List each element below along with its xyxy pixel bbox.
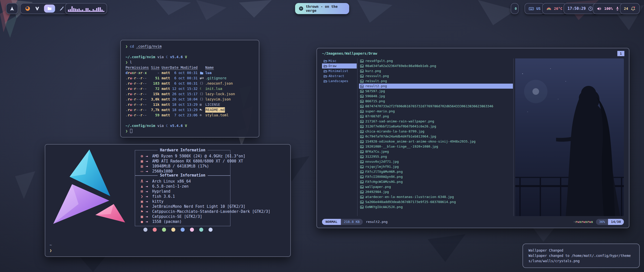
mode-indicator: NORMAL: [322, 219, 341, 225]
file-row[interactable]: chica-mirando-la-luna-8799.jpg: [359, 129, 513, 134]
image-file-icon: [360, 94, 364, 98]
palette-swatch: [171, 228, 175, 232]
column-separator: [513, 58, 514, 216]
file-row[interactable]: FXfcJlTXgAMvH6R.png: [359, 169, 513, 174]
file-row[interactable]: 217167-sad-anime-rain-wallpaper.png: [359, 119, 513, 124]
file-permissions: -rwxrwxrwx: [573, 219, 593, 224]
shell-icon: ❯: [138, 194, 146, 199]
terminal-icon: ▣: [138, 199, 146, 204]
github-widget[interactable]: 0: [511, 3, 519, 14]
breadcrumb-path: ~/Imagenes/Wallpapers/Draw: [322, 51, 377, 56]
file-row[interactable]: 20492984.jpg: [359, 189, 513, 194]
palette-swatch: [162, 228, 166, 232]
sidebar-item-landscapes[interactable]: Landscapes: [322, 79, 357, 84]
file-row[interactable]: 587597.jpg: [359, 89, 513, 94]
keyboard-layout-label: US: [536, 7, 541, 11]
fetch-info-row: ❯→fish 3.6.1: [138, 194, 230, 199]
folder-icon: [200, 70, 205, 76]
sidebar-item-misc[interactable]: Misc: [322, 58, 357, 63]
json-icon: {}: [200, 81, 205, 86]
file-row[interactable]: nnvuv0xj2df71.jpg: [359, 159, 513, 164]
notification-body: Wallpaper changed to /home/matt/.config/…: [529, 253, 634, 264]
arrow-icon: →: [146, 159, 152, 164]
image-file-icon: [360, 64, 364, 68]
image-file-icon: [360, 89, 364, 93]
folder-open-icon: [324, 74, 327, 78]
files-button[interactable]: [44, 5, 55, 13]
file-row[interactable]: 19201080-__blue-tinge__-1920×1080.jpg: [359, 144, 513, 149]
notifications-widget[interactable]: 24: [620, 3, 640, 14]
terminal-prompt-line[interactable]: ❯: [126, 128, 254, 134]
tab-badge[interactable]: 1: [617, 51, 624, 56]
firefox-button[interactable]: [25, 6, 30, 11]
file-row[interactable]: 87r687df.png: [359, 114, 513, 119]
image-file-icon: [360, 205, 364, 209]
file-row[interactable]: 3122955.png: [359, 154, 513, 159]
terminal-cwd-line: ~/.config/nvim via ☾ v5.4.6 V: [126, 54, 254, 60]
file-row[interactable]: rsjqojlmjhf91.jpg: [359, 164, 513, 169]
file-row[interactable]: 596848.jpg: [359, 94, 513, 99]
file-row[interactable]: 866715.png: [359, 99, 513, 104]
file-row[interactable]: 154928-odinokoe_anime-art-anime-okno-sin…: [359, 139, 513, 144]
image-file-icon: [360, 165, 364, 169]
image-file-icon: [360, 145, 364, 149]
brush-button[interactable]: [59, 6, 65, 11]
file-row[interactable]: ressdfgult.png: [359, 58, 513, 63]
volume-widget[interactable]: 100%: [593, 3, 624, 14]
fetch-info-row: ▩→Catppuccin-SE [GTK2/3]: [138, 214, 230, 219]
file-row[interactable]: FXfcHgcWIAMzs0G.png: [359, 179, 513, 184]
file-row[interactable]: atardecer-en-la-montanas-ilustracion-634…: [359, 194, 513, 199]
file-row[interactable]: 08a634fa02a32364f69ebc86a98eb1eb.png: [359, 63, 513, 69]
file-row[interactable]: 68747470733a2f2f696d616765732d7769786d70…: [359, 104, 513, 109]
file-row[interactable]: FXfcII0X0AQyn9X.png: [359, 174, 513, 179]
clock-widget[interactable]: 17:50:29: [564, 3, 597, 14]
keyboard-icon: [529, 6, 534, 11]
file-row[interactable]: 8FKa7Cu.jpeg: [359, 149, 513, 154]
quicklinks-group: [20, 3, 69, 14]
keyboard-layout-widget[interactable]: US: [525, 3, 545, 14]
gear-icon: ⚙: [200, 113, 205, 118]
vim-button[interactable]: [35, 6, 40, 11]
launcher-button[interactable]: [6, 3, 18, 14]
file-row[interactable]: 3126f7e9bbf21a8a4af0b67b041c6e26.jpg: [359, 124, 513, 129]
software-info-title: Software Information: [158, 173, 208, 178]
image-file-icon: [360, 195, 364, 199]
file-row[interactable]: resssult.png: [359, 74, 513, 79]
image-file-icon: [360, 59, 364, 63]
file-row[interactable]: result2.png: [359, 84, 513, 89]
file-row[interactable]: wallpaper.png: [359, 184, 513, 189]
file-row[interactable]: re1sult.png: [359, 79, 513, 84]
notification-popup[interactable]: Wallpaper Changed Wallpaper changed to /…: [522, 244, 640, 268]
file-row[interactable]: EeNKYgIUcAAJ5JX.png: [359, 205, 513, 210]
hardware-info-title: Hardware Information: [158, 148, 208, 153]
image-file-icon: [360, 155, 364, 159]
fetch-window[interactable]: Hardware Information ⊙→AMD Ryzen 9 5900X…: [45, 144, 291, 257]
file-row[interactable]: super-mario.png: [359, 109, 513, 114]
music-widget[interactable]: thrown - on the verge: [295, 3, 349, 14]
image-file-icon: [360, 185, 364, 189]
mic-icon: [615, 6, 620, 11]
ls-output: PermissionsSizeUserDate ModifiedNamedrwx…: [126, 65, 254, 118]
sidebar-item-draw[interactable]: Draw: [322, 63, 357, 69]
vim-icon: [35, 6, 40, 11]
audio-visualizer[interactable]: [65, 3, 107, 14]
sidebar-item-abstract[interactable]: Abstract: [322, 74, 357, 79]
weather-widget[interactable]: 26°C: [542, 3, 567, 14]
terminal-window[interactable]: ❯ cd .config/nvim ~/.config/nvim via ☾ v…: [120, 40, 259, 138]
file-row[interactable]: kurz.png: [359, 69, 513, 74]
file-manager-window[interactable]: ~/Imagenes/Wallpapers/Draw 1 MiscDrawMin…: [316, 48, 629, 228]
image-file-icon: [360, 110, 364, 113]
file-row[interactable]: 0c794faf07de24a4db4d4fb1eb813964.jpg: [359, 134, 513, 139]
sidebar-item-minimalist[interactable]: Minimalist: [322, 69, 357, 74]
file-size-label: 218.8 KB: [341, 219, 363, 225]
ls-file-row: .rw-r--r--59matt7 oct 23:06⚙stylua.toml: [126, 113, 254, 118]
file-row[interactable]: 5a266e448add93deab367d87173e9f25-6837886…: [359, 199, 513, 205]
kernel-icon: ♟: [138, 184, 146, 189]
hardware-info-box: Hardware Information ⊙→AMD Ryzen 9 5900X…: [135, 150, 230, 176]
markdown-icon: M↓: [200, 107, 205, 113]
ls-file-row: .rw-r--r--183matt6 oct 00:31{}.neoconf.j…: [126, 81, 254, 86]
fetch-info-row: ●→1558 (pacman): [138, 219, 230, 224]
image-file-icon: [360, 130, 364, 133]
folder-icon: [47, 6, 52, 11]
fetch-shell-prompt[interactable]: ~ ❯: [50, 242, 52, 253]
